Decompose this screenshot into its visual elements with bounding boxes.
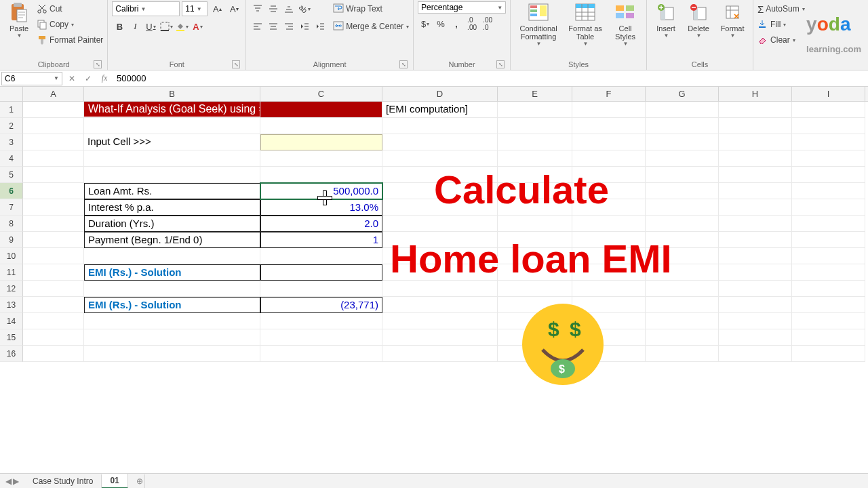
row-header[interactable]: 12 bbox=[0, 281, 23, 297]
cell-H15[interactable] bbox=[719, 329, 792, 346]
cell-B13[interactable]: EMI (Rs.) - Solution bbox=[84, 297, 260, 313]
cell-F12[interactable] bbox=[572, 281, 646, 297]
cell-B3[interactable]: Input Cell >>> bbox=[84, 134, 260, 150]
cell-A6[interactable] bbox=[23, 183, 84, 199]
cell-C10[interactable] bbox=[260, 248, 382, 264]
decrease-decimal-button[interactable]: .00.0 bbox=[480, 16, 495, 31]
cell-I6[interactable] bbox=[792, 183, 865, 199]
cut-button[interactable]: Cut bbox=[37, 1, 103, 16]
orientation-button[interactable]: ab▾ bbox=[297, 1, 312, 16]
cell-H1[interactable] bbox=[719, 102, 792, 118]
name-box[interactable]: C6▼ bbox=[1, 72, 62, 85]
cell-B15[interactable] bbox=[84, 329, 260, 346]
cell-A5[interactable] bbox=[23, 167, 84, 183]
font-size-select[interactable]: 11▼ bbox=[182, 1, 208, 16]
cell-F3[interactable] bbox=[572, 134, 646, 150]
cell-G2[interactable] bbox=[646, 118, 719, 134]
cell-A4[interactable] bbox=[23, 150, 84, 167]
cell-I13[interactable] bbox=[792, 297, 865, 313]
percent-button[interactable]: % bbox=[433, 16, 448, 31]
cell-styles-button[interactable]: Cell Styles▼ bbox=[608, 1, 642, 47]
cell-B9[interactable]: Payment (Begn. 1/End 0) bbox=[84, 232, 260, 248]
col-header-I[interactable]: I bbox=[792, 87, 865, 101]
row-header[interactable]: 4 bbox=[0, 150, 23, 167]
font-color-button[interactable]: A▾ bbox=[190, 19, 205, 34]
align-left-button[interactable] bbox=[250, 19, 265, 34]
cell-A10[interactable] bbox=[23, 248, 84, 264]
dialog-launcher-icon[interactable]: ⤡ bbox=[399, 60, 408, 68]
align-top-button[interactable] bbox=[250, 1, 265, 16]
cell-H12[interactable] bbox=[719, 281, 792, 297]
tab-case-study[interactable]: Case Study Intro bbox=[24, 474, 102, 488]
cell-D8[interactable] bbox=[382, 216, 498, 232]
cell-C14[interactable] bbox=[260, 313, 382, 329]
cell-A3[interactable] bbox=[23, 134, 84, 150]
align-center-button[interactable] bbox=[266, 19, 281, 34]
cell-C4[interactable] bbox=[260, 150, 382, 167]
cell-C13[interactable]: (23,771) bbox=[260, 297, 382, 313]
cell-A1[interactable] bbox=[23, 102, 84, 118]
cell-H9[interactable] bbox=[719, 232, 792, 248]
cell-I5[interactable] bbox=[792, 167, 865, 183]
cell-D14[interactable] bbox=[382, 313, 498, 329]
cell-E2[interactable] bbox=[498, 118, 572, 134]
border-button[interactable]: ▾ bbox=[159, 19, 174, 34]
autosum-button[interactable]: ΣAutoSum▾ bbox=[757, 1, 805, 16]
cell-B12[interactable] bbox=[84, 281, 260, 297]
cell-I11[interactable] bbox=[792, 264, 865, 281]
align-right-button[interactable] bbox=[281, 19, 296, 34]
row-header[interactable]: 2 bbox=[0, 118, 23, 134]
cell-B8[interactable]: Duration (Yrs.) bbox=[84, 216, 260, 232]
clear-button[interactable]: Clear▾ bbox=[757, 33, 795, 47]
cell-B2[interactable] bbox=[84, 118, 260, 134]
cell-H16[interactable] bbox=[719, 346, 792, 362]
cell-H2[interactable] bbox=[719, 118, 792, 134]
cell-A8[interactable] bbox=[23, 216, 84, 232]
cell-E4[interactable] bbox=[498, 150, 572, 167]
cell-H13[interactable] bbox=[719, 297, 792, 313]
cell-I7[interactable] bbox=[792, 199, 865, 216]
dialog-launcher-icon[interactable]: ⤡ bbox=[94, 60, 102, 68]
cell-A7[interactable] bbox=[23, 199, 84, 216]
cell-B5[interactable] bbox=[84, 167, 260, 183]
cell-C15[interactable] bbox=[260, 329, 382, 346]
cancel-icon[interactable]: ✕ bbox=[64, 74, 80, 83]
col-header-C[interactable]: C bbox=[260, 87, 382, 101]
cell-C2[interactable] bbox=[260, 118, 382, 134]
cell-G6[interactable] bbox=[646, 183, 719, 199]
cell-C1[interactable] bbox=[260, 102, 382, 118]
cell-E12[interactable] bbox=[498, 281, 572, 297]
cell-A9[interactable] bbox=[23, 232, 84, 248]
wrap-text-button[interactable]: Wrap Text bbox=[333, 1, 409, 16]
decrease-font-button[interactable]: A▾ bbox=[226, 1, 241, 16]
cell-G16[interactable] bbox=[646, 346, 719, 362]
row-header[interactable]: 1 bbox=[0, 102, 23, 118]
col-header-B[interactable]: B bbox=[84, 87, 260, 101]
cell-B4[interactable] bbox=[84, 150, 260, 167]
cell-B14[interactable] bbox=[84, 313, 260, 329]
cell-H11[interactable] bbox=[719, 264, 792, 281]
cell-B11[interactable]: EMI (Rs.) - Solution bbox=[84, 264, 260, 281]
cell-I2[interactable] bbox=[792, 118, 865, 134]
new-sheet-button[interactable]: ⊕ bbox=[128, 474, 145, 488]
cell-I10[interactable] bbox=[792, 248, 865, 264]
cell-H8[interactable] bbox=[719, 216, 792, 232]
formula-input[interactable]: 500000 bbox=[113, 72, 868, 85]
cell-C8[interactable]: 2.0 bbox=[260, 216, 382, 232]
cell-C16[interactable] bbox=[260, 346, 382, 362]
cell-G1[interactable] bbox=[646, 102, 719, 118]
row-header[interactable]: 8 bbox=[0, 216, 23, 232]
row-header[interactable]: 14 bbox=[0, 313, 23, 329]
italic-button[interactable]: I bbox=[127, 19, 142, 34]
cell-G7[interactable] bbox=[646, 199, 719, 216]
row-header[interactable]: 9 bbox=[0, 232, 23, 248]
cell-B6[interactable]: Loan Amt. Rs. bbox=[84, 183, 260, 199]
spreadsheet-grid[interactable]: ABCDEFGHI 1What-If Analysis (Goal Seek) … bbox=[0, 87, 868, 473]
cell-A12[interactable] bbox=[23, 281, 84, 297]
cell-D15[interactable] bbox=[382, 329, 498, 346]
increase-font-button[interactable]: A▴ bbox=[210, 1, 224, 16]
cell-F8[interactable] bbox=[572, 216, 646, 232]
cell-E3[interactable] bbox=[498, 134, 572, 150]
format-button[interactable]: Format▼ bbox=[716, 1, 749, 39]
row-header[interactable]: 6 bbox=[0, 183, 23, 199]
